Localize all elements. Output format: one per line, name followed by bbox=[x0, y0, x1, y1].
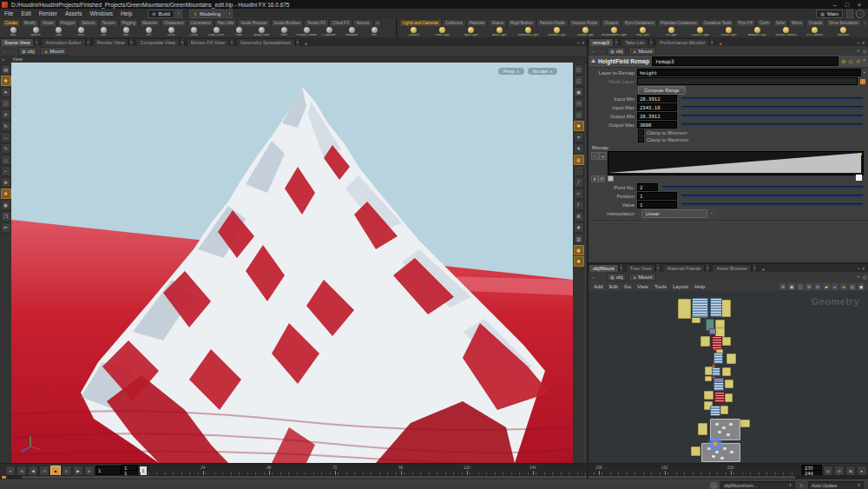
shade-wire-icon[interactable]: ◳ bbox=[574, 98, 584, 109]
network-node-blue[interactable] bbox=[692, 298, 708, 318]
view-clip-icon[interactable]: ✂ bbox=[574, 188, 584, 199]
scene-tab-scene-view[interactable]: Scene View bbox=[0, 38, 34, 46]
scene-tab-composite-view[interactable]: Composite View bbox=[135, 38, 179, 46]
network-node-postit[interactable] bbox=[700, 336, 710, 347]
path-obj-chip[interactable]: ▦ obj bbox=[607, 273, 626, 281]
gear-icon[interactable]: ⚙ bbox=[841, 58, 845, 64]
shelf-tab-particle-fluids[interactable]: Particle Fluids bbox=[536, 19, 569, 26]
network-node-postit[interactable] bbox=[725, 380, 733, 388]
menu-render[interactable]: Render bbox=[39, 10, 57, 17]
shelf-tool-draw-curve[interactable]: Draw Curve bbox=[205, 26, 227, 37]
value-field[interactable]: 1 bbox=[637, 201, 677, 208]
network-node-glow[interactable] bbox=[707, 435, 724, 453]
shelf-tab-crowds[interactable]: Crowds bbox=[806, 19, 826, 26]
view-tool-icon[interactable]: ✥ bbox=[1, 76, 11, 86]
shelf-tool-stereo-camera[interactable]: Stereo Camera bbox=[772, 26, 800, 37]
shelf-tab-rigging[interactable]: Rigging bbox=[119, 19, 140, 26]
tab-dropdown-icon[interactable]: ▾ bbox=[229, 37, 234, 46]
normal-lights-icon[interactable]: ✦ bbox=[574, 132, 584, 142]
compute-range-button[interactable]: Compute Range bbox=[638, 86, 686, 95]
tab-dropdown-icon[interactable]: ▾ bbox=[614, 37, 619, 46]
network-node-blue[interactable] bbox=[710, 298, 722, 317]
snap-icon[interactable]: ⌁ bbox=[1, 166, 11, 176]
shelf-tab-guide-process[interactable]: Guide Process bbox=[237, 19, 270, 26]
pose-tool-icon[interactable]: △ bbox=[1, 155, 11, 165]
network-node-postit[interactable] bbox=[704, 391, 713, 400]
shade-smooth-icon[interactable]: ▣ bbox=[574, 87, 584, 97]
shelf-tool-area-light[interactable]: Area Light bbox=[485, 26, 514, 37]
menu-file[interactable]: File bbox=[4, 10, 13, 17]
menu-assets[interactable]: Assets bbox=[65, 10, 82, 17]
network-node-postit[interactable] bbox=[740, 420, 750, 427]
draw-tool-icon[interactable]: ✏ bbox=[1, 222, 11, 233]
shelf-tool-spot-light[interactable]: Spot Light bbox=[457, 26, 485, 37]
shelf-tab-model[interactable]: Model bbox=[39, 19, 57, 26]
point-no-slider[interactable] bbox=[662, 186, 863, 188]
position-slider[interactable] bbox=[681, 195, 863, 197]
network-node-postit[interactable] bbox=[705, 376, 712, 381]
clamp-to-maximum-checkbox[interactable] bbox=[638, 136, 644, 142]
move-tool-icon[interactable]: ✛ bbox=[1, 109, 11, 120]
ramp-remove-point-icon[interactable]: − bbox=[591, 152, 599, 160]
layout-single-icon[interactable]: ◰ bbox=[574, 64, 584, 75]
network-node-postit[interactable] bbox=[722, 367, 731, 376]
path-mount-chip[interactable]: ▲ Mount bbox=[628, 273, 655, 281]
output-min-field[interactable]: 28.3912 bbox=[637, 112, 677, 120]
shelf-tool-torus[interactable]: Torus bbox=[69, 26, 92, 37]
help-icon[interactable]: ◔ bbox=[856, 10, 865, 18]
current-frame-field[interactable]: 1 bbox=[95, 466, 122, 475]
network-node-red[interactable] bbox=[714, 392, 725, 403]
network-target-icon[interactable]: ◎ bbox=[863, 274, 867, 280]
scene-tab-geometry-spreadsheet[interactable]: Geometry Spreadsheet bbox=[236, 38, 295, 46]
shelf-tool-sphere[interactable]: Sphere bbox=[24, 26, 47, 37]
shade-flat-icon[interactable]: ◲ bbox=[574, 109, 584, 120]
network-menu-add[interactable]: Add bbox=[594, 284, 603, 289]
tab-dropdown-icon[interactable]: ▾ bbox=[619, 263, 624, 272]
network-node-postit[interactable] bbox=[720, 406, 728, 414]
range-handle[interactable] bbox=[2, 476, 6, 479]
current-node-path-select[interactable]: obj/Mount/rem... ⇕ bbox=[720, 481, 795, 489]
shelf-tool-point-light[interactable]: Point Light bbox=[428, 26, 457, 37]
shelf-tab-texture[interactable]: Texture bbox=[99, 19, 119, 26]
pane-tabs-icon[interactable]: ▤ bbox=[1, 64, 11, 75]
shelf-set-selector[interactable]: ✛ Modeling bbox=[189, 10, 226, 18]
menu-help[interactable]: Help bbox=[121, 10, 132, 17]
scene-tab-render-view[interactable]: Render View bbox=[93, 38, 129, 46]
path-forward-icon[interactable]: → bbox=[10, 49, 16, 54]
look-at-icon[interactable]: ◉ bbox=[1, 200, 11, 210]
shelf-tool-path[interactable]: Path bbox=[227, 26, 250, 37]
network-menu-go[interactable]: Go bbox=[624, 284, 631, 289]
network-node-mini[interactable] bbox=[718, 431, 721, 433]
path-mount-chip[interactable]: ▲ Mount bbox=[628, 47, 655, 56]
shelf-set-spinner-icon[interactable]: ⇕ bbox=[226, 10, 233, 18]
minimize-button[interactable]: – bbox=[833, 2, 837, 8]
shelf-tab-constraints[interactable]: Constraints bbox=[187, 19, 214, 26]
color-palette-icon[interactable]: ▰ bbox=[832, 283, 838, 290]
network-node-mini[interactable] bbox=[715, 423, 719, 426]
tab-dropdown-icon[interactable]: ▾ bbox=[709, 37, 714, 46]
pane-split-icon[interactable]: ▾ bbox=[862, 40, 865, 45]
tab-dropdown-icon[interactable]: ▾ bbox=[648, 37, 654, 46]
mask-icon[interactable] bbox=[860, 79, 865, 84]
list-view-icon[interactable]: ≣ bbox=[779, 283, 786, 290]
network-menu-help[interactable]: Help bbox=[694, 284, 705, 289]
shelf-tool-geometry-light[interactable]: Geometry Light bbox=[514, 26, 542, 37]
scene-tab-animation-editor[interactable]: Animation Editor bbox=[41, 38, 85, 46]
link-editor-icon[interactable]: ⇄ bbox=[814, 283, 821, 290]
tab-dropdown-icon[interactable]: ▾ bbox=[34, 37, 39, 46]
origin-gnomon-icon[interactable]: ✚ bbox=[574, 222, 584, 233]
shelf-tool-volume-light[interactable]: Volume Light bbox=[542, 26, 571, 37]
shelf-tab-characters[interactable]: Characters bbox=[161, 19, 187, 26]
node-name-field[interactable]: remap3 bbox=[652, 56, 838, 66]
path-back-icon[interactable]: ← bbox=[591, 274, 596, 280]
shelf-tool-camera[interactable]: Camera bbox=[399, 26, 428, 37]
network-overview-icon[interactable]: ▣ bbox=[788, 283, 795, 290]
shelf-tool-l-system[interactable]: L-System bbox=[318, 26, 340, 37]
ramp-add-point-icon[interactable]: + bbox=[599, 152, 607, 160]
path-obj-chip[interactable]: ▦ obj bbox=[18, 47, 37, 56]
network-node-mini[interactable] bbox=[730, 451, 733, 453]
ramp-curve[interactable] bbox=[608, 151, 864, 175]
shelf-tab-viscous-fluids[interactable]: Viscous Fluids bbox=[569, 19, 602, 26]
tab-dropdown-icon[interactable]: ▾ bbox=[655, 263, 661, 272]
group-list-icon[interactable]: Γ bbox=[574, 200, 584, 210]
